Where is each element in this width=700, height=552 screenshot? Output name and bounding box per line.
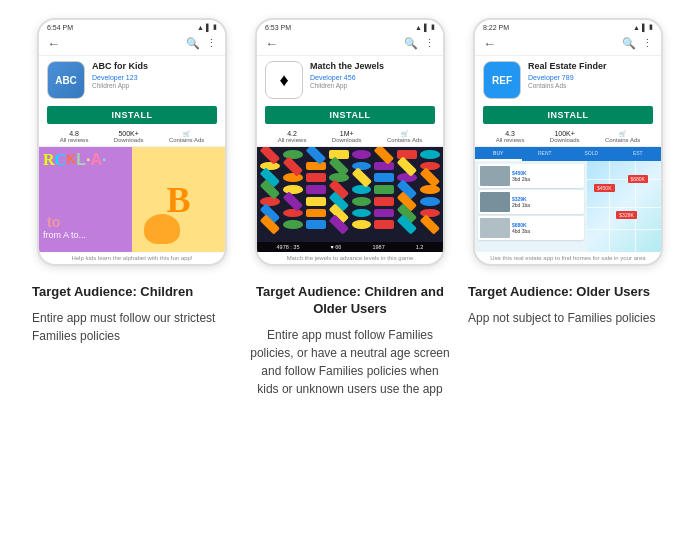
abc-right-panel: B bbox=[132, 147, 225, 252]
jewels-icon: ♦ bbox=[279, 70, 288, 91]
stat-content-2: 🛒 Contains Ads bbox=[387, 130, 422, 143]
back-icon-1[interactable]: ← bbox=[47, 36, 60, 51]
stat-content-3: 🛒 Contains Ads bbox=[605, 130, 640, 143]
re-listing-text-3: $680K 4bd 3ba bbox=[512, 222, 530, 234]
status-icons-2: ▲ ▌ ▮ bbox=[415, 23, 435, 31]
nav-bar-2: ← 🔍 ⋮ bbox=[257, 32, 443, 56]
caption-1: Help kids learn the alphabet with this f… bbox=[39, 252, 225, 264]
abc-screenshot: R C K L · A · to from A to... B bbox=[39, 147, 225, 252]
install-btn-2[interactable]: INSTALL bbox=[265, 106, 435, 124]
app-dev-3: Developer 789 bbox=[528, 73, 653, 82]
score-label-4: 1.2 bbox=[416, 244, 424, 250]
desc-title-3: Target Audience: Older Users bbox=[468, 284, 650, 301]
app-category-1: Children App bbox=[92, 82, 217, 89]
app-info-3: REF Real Estate Finder Developer 789 Con… bbox=[475, 56, 661, 103]
map-pin-3: $680K bbox=[628, 175, 648, 183]
re-listings-panel: $450K 3bd 2ba $329K 2bd 1ba bbox=[475, 161, 587, 252]
stats-row-1: 4.8 All reviews 500K+ Downloads 🛒 Contai… bbox=[39, 127, 225, 147]
re-tab-sold[interactable]: SOLD bbox=[568, 147, 615, 161]
re-listing-2[interactable]: $329K 2bd 1ba bbox=[478, 190, 584, 214]
stats-row-3: 4.3 All reviews 100K+ Downloads 🛒 Contai… bbox=[475, 127, 661, 147]
app-icon-2: ♦ bbox=[265, 61, 303, 99]
phone-frame-1: 6:54 PM ▲ ▌ ▮ ← 🔍 ⋮ ABC ABC fo bbox=[37, 18, 227, 266]
content-label-3: Contains Ads bbox=[605, 137, 640, 143]
re-tab-est[interactable]: EST bbox=[615, 147, 662, 161]
nav-icons-1: 🔍 ⋮ bbox=[186, 37, 217, 50]
status-icons-1: ▲ ▌ ▮ bbox=[197, 23, 217, 31]
phone-abc-kids: 6:54 PM ▲ ▌ ▮ ← 🔍 ⋮ ABC ABC fo bbox=[32, 18, 232, 266]
re-screenshot: BUY RENT SOLD EST $450K 3bd 2ba bbox=[475, 147, 661, 252]
more-icon-2[interactable]: ⋮ bbox=[424, 37, 435, 50]
screenshot-2: 4978 : 35 ♥ 66 1987 1.2 Match the jewels… bbox=[257, 147, 443, 264]
more-icon-1[interactable]: ⋮ bbox=[206, 37, 217, 50]
re-tab-rent[interactable]: RENT bbox=[522, 147, 569, 161]
install-btn-3[interactable]: INSTALL bbox=[483, 106, 653, 124]
jewels-screenshot: 4978 : 35 ♥ 66 1987 1.2 bbox=[257, 147, 443, 252]
stat-rating-label-1: All reviews bbox=[60, 137, 89, 143]
nav-bar-3: ← 🔍 ⋮ bbox=[475, 32, 661, 56]
stat-rating-val-1: 4.8 bbox=[69, 130, 79, 137]
stat-dl-val-2: 1M+ bbox=[340, 130, 354, 137]
desc-title-2: Target Audience: Children and Older User… bbox=[250, 284, 450, 318]
search-icon-2[interactable]: 🔍 bbox=[404, 37, 418, 50]
app-dev-2: Developer 456 bbox=[310, 73, 435, 82]
app-title-block-2: Match the Jewels Developer 456 Children … bbox=[310, 61, 435, 89]
search-icon-3[interactable]: 🔍 bbox=[622, 37, 636, 50]
install-btn-1[interactable]: INSTALL bbox=[47, 106, 217, 124]
re-listing-1[interactable]: $450K 3bd 2ba bbox=[478, 164, 584, 188]
nav-bar-1: ← 🔍 ⋮ bbox=[39, 32, 225, 56]
status-bar-2: 6:53 PM ▲ ▌ ▮ bbox=[257, 20, 443, 32]
re-listing-3[interactable]: $680K 4bd 3ba bbox=[478, 216, 584, 240]
app-category-3: Contains Ads bbox=[528, 82, 653, 89]
app-icon-1: ABC bbox=[47, 61, 85, 99]
desc-title-1: Target Audience: Children bbox=[32, 284, 193, 301]
desc-body-2: Entire app must follow Families policies… bbox=[250, 326, 450, 398]
stat-rating-1: 4.8 All reviews bbox=[60, 130, 89, 143]
signal-icon: ▌ bbox=[206, 24, 211, 31]
wifi-icon-2: ▲ bbox=[415, 24, 422, 31]
status-icons-3: ▲ ▌ ▮ bbox=[633, 23, 653, 31]
app-info-2: ♦ Match the Jewels Developer 456 Childre… bbox=[257, 56, 443, 103]
map-pin-1: $450K bbox=[594, 184, 614, 192]
stat-content-1: 🛒 Contains Ads bbox=[169, 130, 204, 143]
app-icon-3: REF bbox=[483, 61, 521, 99]
status-bar-1: 6:54 PM ▲ ▌ ▮ bbox=[39, 20, 225, 32]
signal-icon-2: ▌ bbox=[424, 24, 429, 31]
stat-dl-label-1: Downloads bbox=[114, 137, 144, 143]
phone-frame-3: 8:22 PM ▲ ▌ ▮ ← 🔍 ⋮ REF Real E bbox=[473, 18, 663, 266]
content-icon-3: 🛒 bbox=[619, 130, 626, 137]
signal-icon-3: ▌ bbox=[642, 24, 647, 31]
stat-rating-val-3: 4.3 bbox=[505, 130, 515, 137]
back-icon-2[interactable]: ← bbox=[265, 36, 278, 51]
content-icon-1: 🛒 bbox=[183, 130, 190, 137]
score-label-1: 4978 : 35 bbox=[277, 244, 300, 250]
phone-frame-2: 6:53 PM ▲ ▌ ▮ ← 🔍 ⋮ ♦ Match th bbox=[255, 18, 445, 266]
search-icon-1[interactable]: 🔍 bbox=[186, 37, 200, 50]
desc-block-2: Target Audience: Children and Older User… bbox=[250, 284, 450, 398]
content-icon-2: 🛒 bbox=[401, 130, 408, 137]
score-label-2: ♥ 66 bbox=[331, 244, 342, 250]
stat-rating-3: 4.3 All reviews bbox=[496, 130, 525, 143]
phone-realestate: 8:22 PM ▲ ▌ ▮ ← 🔍 ⋮ REF Real E bbox=[468, 18, 668, 266]
more-icon-3[interactable]: ⋮ bbox=[642, 37, 653, 50]
app-title-block-1: ABC for Kids Developer 123 Children App bbox=[92, 61, 217, 89]
re-listing-text-2: $329K 2bd 1ba bbox=[512, 196, 530, 208]
back-icon-3[interactable]: ← bbox=[483, 36, 496, 51]
stat-dl-val-1: 500K+ bbox=[118, 130, 138, 137]
re-listing-img-1 bbox=[480, 166, 510, 186]
caption-3: Use this real estate app to find homes f… bbox=[475, 252, 661, 264]
re-listing-img-2 bbox=[480, 192, 510, 212]
phone-jewels: 6:53 PM ▲ ▌ ▮ ← 🔍 ⋮ ♦ Match th bbox=[250, 18, 450, 266]
stat-rating-label-3: All reviews bbox=[496, 137, 525, 143]
wifi-icon: ▲ bbox=[197, 24, 204, 31]
status-time-3: 8:22 PM bbox=[483, 24, 509, 31]
stat-rating-2: 4.2 All reviews bbox=[278, 130, 307, 143]
nav-icons-2: 🔍 ⋮ bbox=[404, 37, 435, 50]
re-map-panel: $450K $329K $680K bbox=[587, 161, 661, 252]
status-time-2: 6:53 PM bbox=[265, 24, 291, 31]
re-listing-img-3 bbox=[480, 218, 510, 238]
stats-row-2: 4.2 All reviews 1M+ Downloads 🛒 Contains… bbox=[257, 127, 443, 147]
re-tab-buy[interactable]: BUY bbox=[475, 147, 522, 161]
battery-icon-2: ▮ bbox=[431, 23, 435, 31]
battery-icon-3: ▮ bbox=[649, 23, 653, 31]
